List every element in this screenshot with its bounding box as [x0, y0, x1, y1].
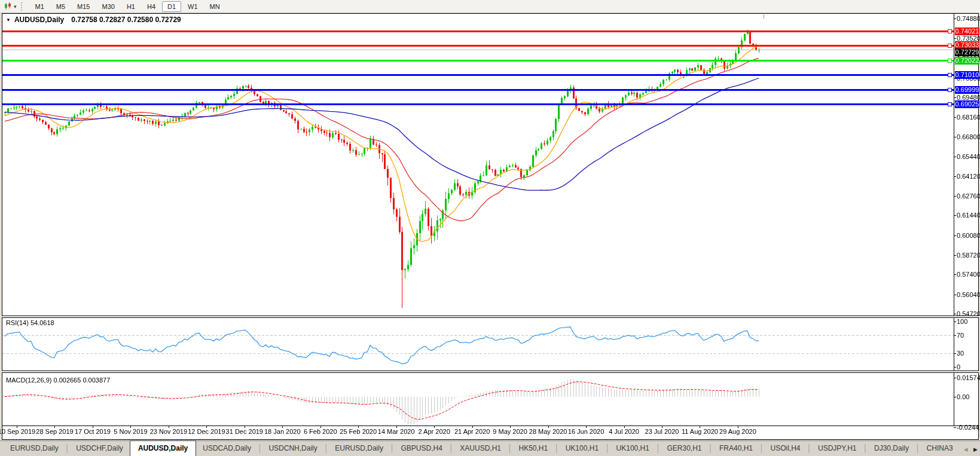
rsi-axis-label: 70	[957, 332, 964, 339]
horizontal-level-line[interactable]	[2, 60, 954, 62]
chart-tab-fra40-h1[interactable]: FRA40,H1	[713, 442, 759, 456]
chart-tab-eurusd-daily[interactable]: EURUSD,Daily	[4, 442, 65, 456]
tab-separator: │	[65, 442, 70, 456]
collapse-triangle-icon[interactable]: ▼	[6, 17, 11, 23]
level-connector-square	[948, 102, 952, 106]
chart-tab-uk100-h1[interactable]: UK100,H1	[559, 442, 605, 456]
tab-scroll-right-icon[interactable]: ▶	[973, 446, 978, 452]
panel-separator-rsi-macd[interactable]	[2, 371, 979, 373]
panel-separator-main-rsi[interactable]	[2, 316, 979, 318]
horizontal-level-line[interactable]	[2, 45, 954, 47]
chart-tab-hk50-h1[interactable]: HK50,H1	[512, 442, 555, 456]
dropdown-caret-icon[interactable]: ▾	[14, 4, 17, 10]
chart-tab-usdcad-daily[interactable]: USDCAD,Daily	[196, 442, 258, 456]
price-level-badge: 0.72022	[955, 57, 979, 65]
timeframe-button-m30[interactable]: M30	[97, 1, 120, 12]
tab-separator: │	[449, 442, 454, 456]
price-axis-label: 0.62760	[957, 192, 980, 200]
price-axis-label: 0.68160	[957, 114, 980, 121]
horizontal-level-line[interactable]	[2, 30, 954, 32]
chart-tab-usdcnh-daily[interactable]: USDCNH,Daily	[262, 442, 323, 456]
macd-axis-label: 0.00	[957, 393, 969, 400]
timeframe-button-m15[interactable]: M15	[72, 1, 95, 12]
price-axis-label: 0.61440	[957, 212, 980, 219]
timeframe-button-h4[interactable]: H4	[142, 1, 161, 12]
tab-separator: │	[508, 442, 512, 456]
macd-indicator-label: MACD(12,26,9) 0.002665 0.003877	[6, 377, 110, 384]
horizontal-level-line[interactable]	[2, 74, 954, 76]
price-chart-canvas[interactable]	[0, 0, 980, 456]
tab-separator: │	[863, 442, 868, 456]
chart-ohlc-values: 0.72758 0.72827 0.72580 0.72729	[71, 16, 181, 24]
timeframe-button-m5[interactable]: M5	[51, 1, 71, 12]
timeframe-toolbar: M1M5M15M30H1H4D1W1MN	[29, 1, 226, 12]
rsi-axis-label: 0	[957, 363, 960, 371]
chart-tab-audusd-daily[interactable]: AUDUSD,Daily	[130, 440, 196, 456]
tabs: EURUSD,Daily│USDCHF,DailyAUDUSD,DailyUSD…	[4, 440, 953, 456]
price-level-badge: 0.69025	[955, 100, 979, 108]
price-level-badge: 0.73033	[955, 41, 979, 49]
level-connector-square	[948, 29, 952, 33]
chart-tab-usoil-h4[interactable]: USOil,H4	[764, 442, 807, 456]
tab-separator: │	[324, 442, 329, 456]
tab-separator: │	[390, 442, 395, 456]
chart-tab-xauusd-h1[interactable]: XAUUSD,H1	[453, 442, 508, 456]
price-axis-label: 0.54720	[957, 310, 980, 317]
price-axis-label: 0.58720	[957, 252, 980, 259]
tab-separator: │	[554, 442, 559, 456]
chart-tab-eurusd-daily[interactable]: EURUSD,Daily	[328, 442, 390, 456]
timeframe-button-mn[interactable]: MN	[204, 1, 225, 12]
chart-tab-gbpusd-h4[interactable]: GBPUSD,H4	[394, 442, 448, 456]
rsi-indicator-label: RSI(14) 54.0618	[6, 319, 54, 326]
price-axis-label: 0.57400	[957, 271, 980, 278]
level-connector-square	[948, 59, 952, 63]
rsi-axis-label: 100	[957, 318, 967, 325]
tab-separator: │	[708, 442, 713, 456]
timeframe-button-h1[interactable]: H1	[121, 1, 141, 12]
candlestick-mini-icon	[4, 2, 13, 10]
current-price-badge: 0.72729	[955, 48, 979, 56]
timeframe-button-w1[interactable]: W1	[182, 1, 203, 12]
toolbar-grip[interactable]	[21, 2, 25, 11]
chart-tab-usdjpy-h1[interactable]: USDJPY,H1	[811, 442, 863, 456]
chart-tab-bar: EURUSD,Daily│USDCHF,DailyAUDUSD,DailyUSD…	[0, 440, 980, 456]
chart-tab-usdchf-daily[interactable]: USDCHF,Daily	[69, 442, 130, 456]
price-axis-label: 0.74880	[957, 15, 980, 22]
tab-separator: │	[258, 442, 262, 456]
price-axis-label: 0.56040	[957, 291, 980, 298]
price-level-badge: 0.69999	[955, 86, 979, 94]
rsi-axis-label: 30	[957, 350, 964, 357]
tab-separator: │	[915, 442, 920, 456]
toolbar: ▾ M1M5M15M30H1H4D1W1MN	[0, 0, 980, 13]
chart-tab-uk100-h1[interactable]: UK100,H1	[610, 442, 656, 456]
price-axis-label: 0.60080	[957, 232, 980, 239]
price-level-badge: 0.71010	[955, 71, 979, 79]
current-price-line[interactable]	[2, 50, 954, 50]
tab-separator: │	[759, 442, 764, 456]
horizontal-level-line[interactable]	[2, 89, 954, 91]
chart-title: ▼AUDUSD,Daily0.72758 0.72827 0.72580 0.7…	[6, 16, 181, 24]
level-connector-square	[948, 73, 952, 77]
chart-tab-ger30-h1[interactable]: GER30,H1	[660, 442, 708, 456]
tab-separator: │	[605, 442, 610, 456]
chart-tab-dj30-daily[interactable]: DJ30,Daily	[868, 442, 915, 456]
level-connector-square	[948, 44, 952, 48]
tab-separator: │	[656, 442, 661, 456]
tab-scroll-arrows: ◀ ▶	[964, 446, 978, 452]
chart-tab-china300-h1[interactable]: CHINA300,H1	[920, 442, 953, 456]
price-axis-label: 0.65440	[957, 153, 980, 160]
date-axis-label: 29 Aug 2020	[712, 428, 764, 435]
horizontal-level-line[interactable]	[2, 103, 954, 105]
chart-symbol-period: AUDUSD,Daily	[14, 16, 64, 24]
price-axis-label: 0.66800	[957, 133, 980, 140]
chart-shortcut-icon[interactable]	[4, 2, 13, 10]
level-connector-square	[948, 88, 952, 92]
tab-scroll-left-icon[interactable]: ◀	[964, 446, 968, 452]
macd-axis-label: -0.024412	[957, 424, 980, 431]
timeframe-button-d1[interactable]: D1	[162, 1, 181, 12]
price-level-badge: 0.74021	[955, 27, 979, 35]
timeframe-button-m1[interactable]: M1	[30, 1, 50, 12]
macd-axis-label: 0.015741	[957, 374, 980, 381]
price-axis-label: 0.64120	[957, 173, 980, 180]
tab-separator: │	[807, 442, 812, 456]
